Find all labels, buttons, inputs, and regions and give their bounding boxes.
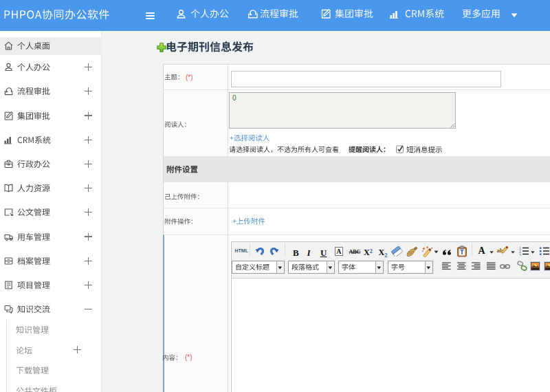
svg-text:3: 3 [519,252,521,256]
